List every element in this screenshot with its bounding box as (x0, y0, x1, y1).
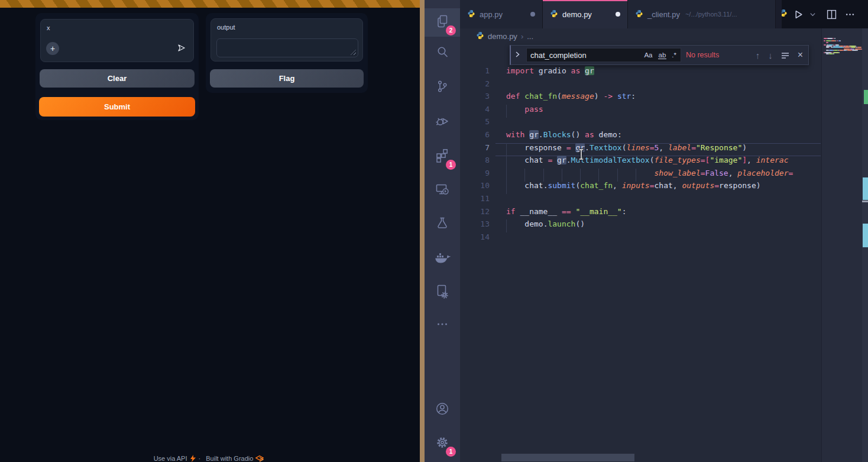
activity-more-views[interactable] (425, 311, 460, 340)
activity-source-control[interactable] (425, 73, 460, 102)
code-line-2[interactable]: 2 (460, 79, 821, 92)
find-in-selection-button[interactable] (779, 50, 791, 60)
toggle-replace-button[interactable] (513, 51, 522, 60)
activity-testing[interactable] (425, 211, 460, 239)
activity-remote-explorer[interactable] (425, 176, 460, 205)
code-line-12[interactable]: 12if __name__ == "__main__": (460, 207, 821, 220)
token: def (506, 92, 520, 101)
token (506, 219, 524, 228)
minimap-line (834, 50, 838, 51)
code-line-6[interactable]: 6with gr.Blocks() as demo: (460, 130, 821, 143)
attach-file-button[interactable]: + (46, 42, 59, 55)
find-previous-button[interactable]: ↑ (754, 50, 762, 60)
activity-docker[interactable] (425, 245, 460, 273)
activity-extensions[interactable]: 1 (425, 143, 460, 171)
breadcrumb[interactable]: demo.py › ... (460, 28, 821, 44)
modified-dot-icon[interactable] (530, 12, 535, 17)
line-number: 4 (465, 105, 490, 114)
token (580, 66, 585, 75)
breadcrumb-chevron: › (521, 32, 523, 41)
code-line-10[interactable]: 10 chat.submit(chat_fn, inputs=chat, out… (460, 181, 821, 194)
code-line-4[interactable]: 4 pass (460, 105, 821, 118)
activity-bar: 211 (425, 0, 460, 462)
token: placeholder (737, 169, 788, 177)
activity-tools-file[interactable] (425, 279, 460, 307)
resize-grip-icon[interactable] (351, 50, 356, 55)
token (506, 169, 654, 177)
use-via-api-link[interactable]: Use via API (154, 455, 187, 462)
split-editor-button[interactable] (827, 9, 837, 20)
code-line-13[interactable]: 13 demo.launch() (460, 219, 821, 232)
send-button[interactable] (175, 42, 188, 55)
horizontal-scrollbar[interactable] (501, 454, 634, 461)
tab-app-py[interactable]: app.py (460, 0, 543, 28)
output-textarea[interactable] (216, 38, 358, 57)
submit-button[interactable]: Submit (39, 97, 195, 117)
code-line-11[interactable]: 11 (460, 194, 821, 207)
token: gr (575, 143, 585, 152)
multimodal-textbox[interactable]: x + (40, 19, 194, 62)
regex-button[interactable]: .* (671, 51, 677, 59)
flag-button[interactable]: Flag (210, 69, 364, 88)
code-line-7[interactable]: 7 response = gr.Textbox(lines=5, label="… (460, 143, 821, 156)
run-python-file-button[interactable] (793, 9, 804, 20)
token (580, 130, 585, 139)
token: . (539, 130, 543, 139)
find-close-button[interactable]: × (796, 50, 805, 60)
activity-settings-gear[interactable]: 1 (425, 429, 460, 458)
activity-explorer[interactable]: 2 (425, 8, 460, 37)
source-control-icon (435, 79, 450, 96)
token: ( (622, 143, 627, 152)
tab-demo-py[interactable]: demo.py (543, 0, 628, 28)
activity-search[interactable] (425, 39, 460, 67)
activity-account[interactable] (425, 396, 460, 424)
tab-label: app.py (480, 10, 503, 19)
run-dropdown-button[interactable] (809, 11, 816, 18)
ruler-selection-marker (863, 177, 868, 200)
chevron-right-icon (514, 51, 520, 58)
built-with-gradio-link[interactable]: Built with Gradio (206, 455, 253, 462)
lightning-icon (190, 455, 196, 462)
token: , (747, 156, 756, 164)
clear-button[interactable]: Clear (40, 69, 195, 88)
run-debug-icon (435, 114, 450, 131)
line-number: 13 (465, 219, 490, 228)
code-line-5[interactable]: 5 (460, 117, 821, 130)
code-line-3[interactable]: 3def chat_fn(message) -> str: (460, 92, 821, 105)
tab-_client-py[interactable]: _client.py~/.../python3.11/... (628, 0, 776, 28)
token: = (701, 169, 705, 177)
ruler-selection-marker (863, 224, 868, 247)
window-divider[interactable] (420, 0, 425, 462)
code-line-14[interactable]: 14 (460, 232, 821, 245)
code-line-9[interactable]: 9 show_label=False, placeholder= (460, 169, 821, 182)
minimap-line (833, 47, 843, 48)
token (506, 181, 524, 190)
overview-ruler[interactable] (862, 28, 868, 462)
minimap-line (827, 38, 832, 39)
breadcrumb-file[interactable]: demo.py (488, 32, 517, 41)
line-number: 1 (465, 66, 490, 75)
token: ] (742, 156, 747, 164)
find-query-text[interactable]: chat_completion (530, 51, 639, 60)
output-label: output (217, 24, 235, 31)
code-line-8[interactable]: 8 chat = gr.MultimodalTextbox(file_types… (460, 156, 821, 169)
whole-word-button[interactable]: ab (658, 51, 667, 59)
modified-dot-icon[interactable] (616, 12, 620, 17)
token: with (506, 130, 524, 139)
find-input[interactable]: chat_completion Aa ab .* (526, 48, 681, 62)
more-actions-button[interactable] (845, 9, 855, 20)
breadcrumb-more[interactable]: ... (527, 32, 533, 41)
match-case-button[interactable]: Aa (643, 51, 653, 59)
minimap[interactable] (821, 28, 862, 462)
tab-list: app.pydemo.py_client.py~/.../python3.11/… (460, 0, 776, 28)
token: = (788, 169, 793, 177)
line-number: 7 (465, 143, 490, 152)
token: show_label (654, 169, 700, 177)
minimap-line (831, 40, 835, 41)
minimap-line (829, 53, 833, 54)
find-next-button[interactable]: ↓ (766, 50, 775, 60)
send-icon (177, 43, 186, 53)
code-line-1[interactable]: 1import gradio as gr (460, 66, 821, 79)
activity-run-debug[interactable] (425, 108, 460, 137)
account-icon (435, 401, 450, 419)
